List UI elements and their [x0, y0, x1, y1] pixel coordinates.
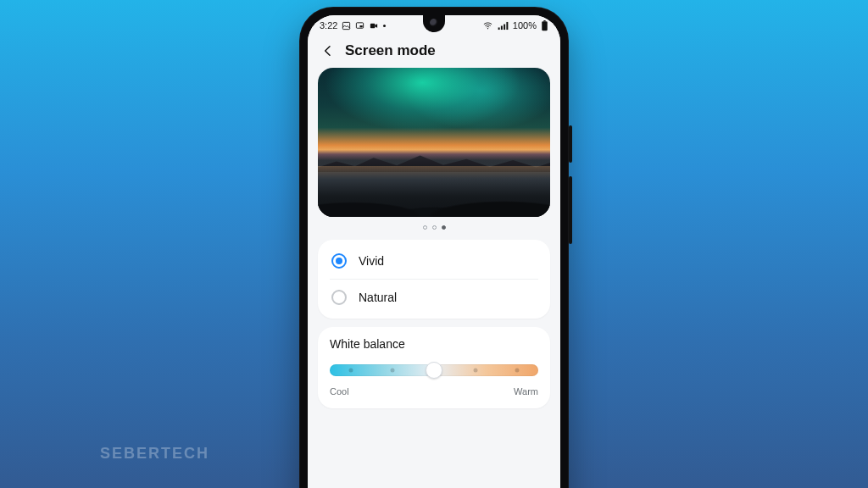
svg-rect-8 [506, 21, 508, 29]
pip-icon [355, 21, 364, 30]
screen-mode-options: Vivid Natural [318, 240, 550, 319]
phone-frame: 3:22 100% [299, 7, 569, 488]
status-time: 3:22 [320, 20, 337, 30]
svg-rect-6 [501, 25, 503, 30]
status-dot [383, 25, 386, 27]
option-vivid[interactable]: Vivid [330, 243, 538, 279]
status-bar-right: 100% [482, 20, 548, 31]
svg-rect-7 [504, 24, 505, 30]
chevron-left-icon [321, 44, 335, 58]
white-balance-labels: Cool Warm [330, 386, 538, 396]
carousel-dot[interactable] [432, 225, 437, 230]
slider-thumb[interactable] [426, 362, 442, 379]
page-title: Screen mode [345, 42, 436, 59]
white-balance-title: White balance [330, 337, 538, 351]
wb-warm-label: Warm [514, 386, 538, 396]
video-icon [369, 21, 379, 30]
white-balance-slider[interactable] [330, 361, 538, 380]
svg-rect-9 [542, 21, 548, 30]
phone-screen: 3:22 100% [308, 15, 560, 488]
option-label: Natural [359, 291, 397, 304]
carousel-dot-active[interactable] [442, 225, 446, 230]
slider-tick [515, 369, 520, 373]
carousel-dots [308, 217, 560, 236]
slider-tick [348, 369, 353, 373]
battery-percent: 100% [513, 20, 537, 30]
radio-selected-icon [331, 253, 347, 269]
svg-rect-2 [360, 25, 363, 27]
preview-rocks [318, 175, 550, 217]
option-label: Vivid [359, 254, 384, 268]
preview-image[interactable] [318, 68, 550, 217]
slider-tick [390, 369, 394, 373]
option-natural[interactable]: Natural [330, 279, 538, 315]
front-camera [430, 19, 438, 27]
svg-point-4 [487, 28, 488, 29]
svg-rect-10 [543, 20, 546, 21]
wb-cool-label: Cool [330, 386, 349, 396]
radio-unselected-icon [331, 290, 347, 305]
image-icon [342, 21, 351, 30]
signal-icon [498, 21, 509, 30]
svg-rect-3 [370, 23, 376, 28]
battery-icon [541, 20, 548, 31]
carousel-dot[interactable] [423, 225, 427, 230]
svg-rect-5 [498, 27, 500, 30]
status-bar-left: 3:22 [320, 20, 386, 30]
white-balance-section: White balance Cool Warm [318, 327, 550, 408]
wifi-icon [482, 21, 493, 30]
watermark-text: SEBERTECH [100, 445, 209, 463]
back-button[interactable] [320, 42, 337, 59]
slider-tick [474, 369, 478, 373]
page-header: Screen mode [308, 36, 560, 68]
preview-wrap [308, 68, 560, 217]
